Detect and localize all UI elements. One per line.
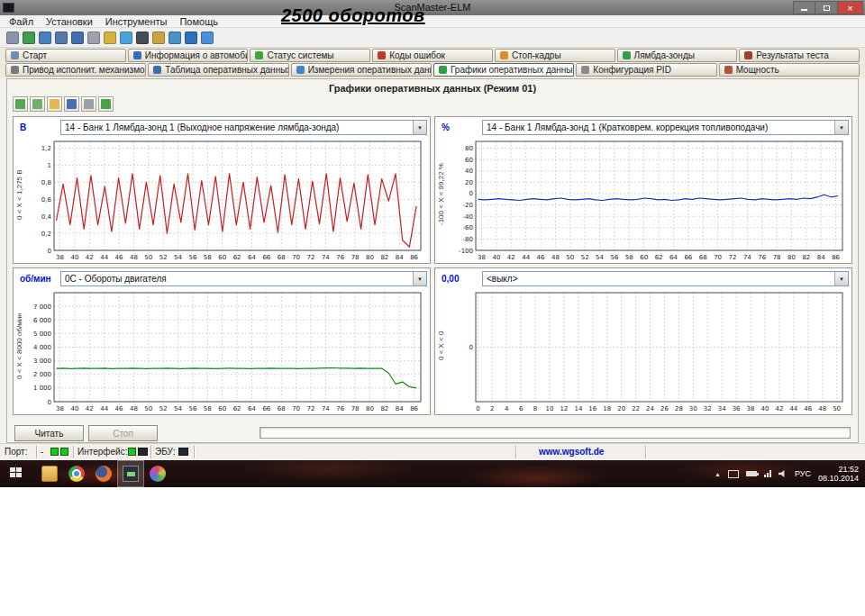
svg-text:0,6: 0,6 bbox=[41, 196, 52, 204]
chevron-down-icon[interactable]: ▼ bbox=[413, 272, 426, 285]
chevron-down-icon[interactable]: ▼ bbox=[834, 272, 848, 285]
chart-open-icon[interactable] bbox=[47, 96, 62, 112]
notes-icon[interactable] bbox=[104, 32, 116, 44]
screen: ScanMaster-ELM × ФайлУстановкиИнструмент… bbox=[0, 0, 865, 616]
tab-live-data-table[interactable]: Таблица оперативных данных bbox=[148, 63, 288, 77]
tab-error-codes[interactable]: Коды ошибок bbox=[372, 49, 493, 62]
svg-text:50: 50 bbox=[144, 254, 152, 261]
svg-text:80: 80 bbox=[788, 254, 796, 261]
svg-text:5 000: 5 000 bbox=[33, 331, 51, 338]
tab-live-data-measure[interactable]: Измерения оперативных данных bbox=[291, 63, 432, 77]
tab-live-data-graphs[interactable]: Графики оперативных данных bbox=[433, 63, 574, 77]
svg-text:16: 16 bbox=[588, 405, 596, 412]
port-value: - bbox=[41, 447, 43, 457]
svg-text:68: 68 bbox=[699, 254, 707, 261]
chart-print-icon[interactable] bbox=[81, 96, 96, 112]
tab-vehicle-info-label: Информация о автомобиле bbox=[145, 50, 249, 60]
globe-icon[interactable] bbox=[23, 32, 35, 44]
comment-icon[interactable] bbox=[120, 32, 132, 44]
minimize-button[interactable] bbox=[793, 1, 815, 14]
stop-button: Стоп bbox=[88, 425, 158, 441]
battery-icon[interactable] bbox=[136, 32, 149, 44]
svg-text:38: 38 bbox=[747, 405, 755, 412]
battery-icon[interactable] bbox=[746, 471, 757, 476]
tab-vehicle-info[interactable]: Информация о автомобиле bbox=[128, 49, 249, 62]
chart-export-icon[interactable] bbox=[98, 96, 114, 112]
tab-start[interactable]: Старт bbox=[5, 49, 126, 62]
menu-tools[interactable]: Инструменты bbox=[99, 16, 174, 27]
taskbar-firefox[interactable] bbox=[90, 460, 117, 487]
download-icon[interactable] bbox=[201, 32, 214, 44]
chip-icon[interactable] bbox=[87, 32, 100, 44]
tab-lambda-sensors[interactable]: Лямбда-зонды bbox=[617, 49, 738, 62]
volume-icon[interactable] bbox=[778, 470, 788, 478]
monitor-icon[interactable] bbox=[55, 32, 68, 44]
taskbar-scanmaster[interactable] bbox=[117, 460, 144, 487]
svg-text:60: 60 bbox=[218, 254, 226, 261]
chart-save-icon[interactable] bbox=[64, 96, 79, 112]
wrench-icon[interactable] bbox=[6, 32, 19, 44]
svg-text:20: 20 bbox=[617, 405, 625, 412]
clock[interactable]: 21:52 08.10.2014 bbox=[818, 465, 859, 483]
tab-system-status[interactable]: Статус системы bbox=[250, 49, 370, 62]
title-bar[interactable]: ScanMaster-ELM × bbox=[0, 0, 865, 15]
interface-label: Интерфейс: bbox=[77, 447, 127, 457]
chart-tile-icon[interactable] bbox=[13, 96, 28, 112]
svg-text:50: 50 bbox=[833, 405, 841, 412]
chart-plot: 3840424446485052545658606264666870727476… bbox=[447, 138, 850, 261]
svg-text:54: 54 bbox=[174, 254, 182, 261]
car-info-icon[interactable] bbox=[39, 32, 51, 44]
svg-text:1,2: 1,2 bbox=[41, 145, 51, 152]
close-button[interactable]: × bbox=[838, 1, 863, 14]
tab-freeze-frames[interactable]: Стоп-кадры bbox=[495, 49, 615, 62]
pid-select[interactable]: <выкл> ▼ bbox=[482, 271, 849, 286]
pid-select[interactable]: 0C - Обороты двигателя ▼ bbox=[60, 271, 427, 286]
chevron-down-icon[interactable]: ▼ bbox=[834, 121, 848, 134]
svg-text:44: 44 bbox=[100, 254, 108, 261]
table-icon[interactable] bbox=[71, 32, 84, 44]
read-button[interactable]: Читать bbox=[14, 425, 84, 441]
taskbar-chrome[interactable] bbox=[63, 460, 90, 487]
chart-body: 0 < X < 0 024681012141618202224262830323… bbox=[435, 288, 851, 414]
svg-text:50: 50 bbox=[144, 405, 152, 412]
svg-text:52: 52 bbox=[581, 254, 589, 261]
data-table-icon bbox=[153, 66, 161, 74]
maximize-button[interactable] bbox=[815, 1, 838, 14]
tab-actuators[interactable]: Привод исполнит. механизмов bbox=[5, 63, 146, 77]
start-button[interactable] bbox=[10, 467, 22, 477]
display-icon[interactable] bbox=[728, 470, 739, 478]
svg-text:52: 52 bbox=[159, 405, 168, 412]
menu-settings[interactable]: Установки bbox=[40, 16, 99, 27]
pid-select[interactable]: 14 - Банк 1 Лямбда-зонд 1 (Кратковрем. к… bbox=[482, 120, 849, 135]
menu-help[interactable]: Помощь bbox=[173, 16, 224, 27]
svg-text:8: 8 bbox=[533, 405, 537, 412]
world-icon[interactable] bbox=[168, 32, 181, 44]
chart-layout-icon[interactable] bbox=[30, 96, 45, 112]
taskbar-paint[interactable] bbox=[144, 460, 171, 487]
tab-pid-config[interactable]: Конфигурация PID bbox=[576, 63, 716, 77]
language-indicator[interactable]: РУС bbox=[795, 469, 811, 478]
svg-text:6 000: 6 000 bbox=[33, 317, 51, 324]
svg-text:40: 40 bbox=[492, 254, 500, 261]
info-icon[interactable] bbox=[185, 32, 197, 44]
graphs-icon bbox=[439, 66, 447, 74]
pid-config-icon bbox=[581, 66, 589, 74]
show-hidden-icons[interactable]: ▲ bbox=[715, 471, 721, 477]
svg-text:78: 78 bbox=[351, 405, 360, 412]
chevron-down-icon[interactable]: ▼ bbox=[413, 121, 426, 134]
svg-text:56: 56 bbox=[188, 254, 196, 261]
tab-test-results[interactable]: Результаты теста bbox=[739, 49, 860, 62]
tab-power[interactable]: Мощность bbox=[719, 63, 860, 77]
svg-text:0,4: 0,4 bbox=[41, 213, 52, 221]
y-range-label: 0 < X < 1,275 В bbox=[14, 137, 25, 252]
menu-file[interactable]: Файл bbox=[3, 16, 40, 27]
svg-text:76: 76 bbox=[336, 405, 344, 412]
website-link[interactable]: www.wgsoft.de bbox=[539, 447, 604, 457]
taskbar-explorer[interactable] bbox=[36, 460, 63, 487]
svg-text:72: 72 bbox=[307, 254, 315, 261]
network-signal-icon[interactable] bbox=[764, 470, 771, 477]
svg-text:32: 32 bbox=[704, 405, 712, 412]
pencil-icon[interactable] bbox=[152, 32, 165, 44]
pid-select[interactable]: 14 - Банк 1 Лямбда-зонд 1 (Выходное напр… bbox=[60, 120, 427, 135]
separator bbox=[73, 446, 75, 458]
